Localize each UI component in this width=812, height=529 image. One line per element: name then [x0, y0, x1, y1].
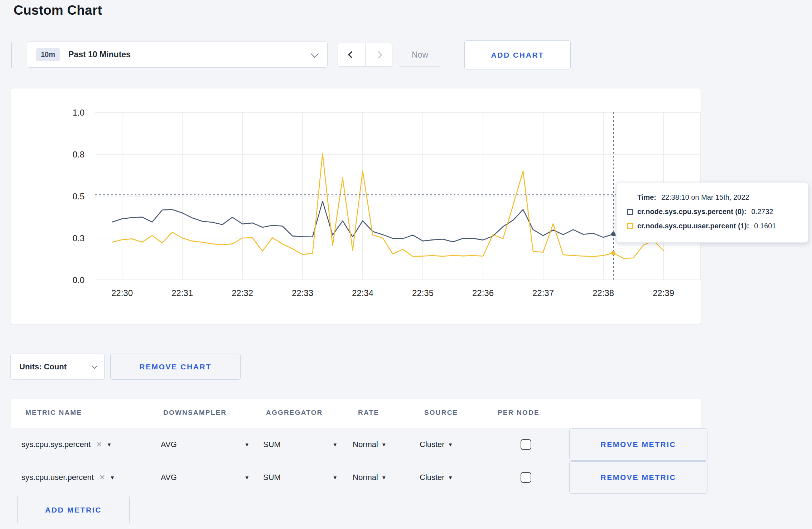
rate-value: Normal: [353, 440, 378, 449]
aggregator-select[interactable]: SUM ▾: [263, 461, 337, 494]
units-select[interactable]: Units: Count: [10, 354, 105, 380]
caret-down-icon: ▾: [245, 475, 248, 481]
x-tick-label: 22:34: [352, 288, 373, 298]
tooltip-time-label: Time:: [637, 193, 656, 202]
now-button[interactable]: Now: [399, 43, 441, 67]
col-head-aggregator: AGGREGATOR: [266, 409, 323, 417]
col-head-metric-name: METRIC NAME: [25, 409, 82, 417]
remove-chart-button[interactable]: REMOVE CHART: [110, 354, 241, 380]
rate-select[interactable]: Normal ▾: [353, 428, 385, 461]
x-tick-label: 22:38: [593, 288, 614, 298]
chevron-down-icon: [311, 49, 319, 58]
add-chart-button[interactable]: ADD CHART: [464, 40, 571, 69]
time-nav-arrows: [338, 43, 392, 67]
metric-name-select[interactable]: sys.cpu.user.percent ✕ ▾: [21, 461, 114, 494]
metrics-table-header: METRIC NAME DOWNSAMPLER AGGREGATOR RATE …: [11, 399, 701, 428]
chart-svg[interactable]: 0.00.30.50.81.022:3022:3122:3222:3322:34…: [11, 88, 701, 324]
caret-down-icon: ▾: [449, 475, 452, 481]
rate-value: Normal: [353, 473, 378, 482]
chevron-left-icon: [348, 51, 355, 58]
caret-down-icon: ▾: [382, 475, 386, 481]
prev-timespan-button[interactable]: [338, 43, 365, 66]
rate-select[interactable]: Normal ▾: [353, 461, 385, 494]
series-line-0: [112, 201, 623, 242]
units-label: Units: Count: [19, 362, 67, 372]
source-value: Cluster: [420, 440, 445, 449]
caret-down-icon: ▾: [245, 442, 248, 448]
tooltip-time-value: 22:38:10 on Mar 15th, 2022: [661, 193, 749, 202]
caret-down-icon: ▾: [333, 475, 337, 481]
source-value: Cluster: [420, 473, 445, 482]
clear-metric-icon[interactable]: ✕: [96, 440, 102, 449]
aggregator-select[interactable]: SUM ▾: [263, 428, 337, 461]
crosshair-marker-1: [611, 251, 615, 255]
col-head-rate: RATE: [358, 409, 379, 417]
next-timespan-button[interactable]: [365, 43, 392, 66]
remove-metric-button[interactable]: REMOVE METRIC: [569, 428, 707, 461]
x-tick-label: 22:36: [472, 288, 494, 298]
source-select[interactable]: Cluster ▾: [420, 461, 452, 494]
clear-metric-icon[interactable]: ✕: [99, 473, 106, 482]
page-title: Custom Chart: [14, 3, 102, 18]
toolbar-divider: [11, 42, 12, 68]
downsampler-value: AVG: [161, 440, 177, 449]
aggregator-value: SUM: [263, 440, 281, 449]
metric-name-select[interactable]: sys.cpu.sys.percent ✕ ▾: [21, 428, 111, 461]
col-head-source: SOURCE: [424, 409, 458, 417]
series-sys-legend-swatch-icon: [627, 209, 633, 215]
metric-name-value: sys.cpu.user.percent: [21, 473, 94, 482]
per-node-checkbox[interactable]: [521, 439, 531, 450]
chevron-right-icon: [375, 51, 382, 58]
time-range-badge: 10m: [36, 48, 60, 61]
tooltip-series-value: 0.1601: [754, 222, 776, 230]
col-head-per-node: PER NODE: [498, 409, 540, 417]
remove-metric-button[interactable]: REMOVE METRIC: [569, 461, 707, 494]
y-tick-label: 0.8: [73, 150, 84, 159]
y-tick-label: 0.0: [73, 275, 84, 285]
tooltip-series-value: 0.2732: [751, 208, 773, 216]
metric-name-value: sys.cpu.sys.percent: [21, 440, 91, 449]
downsampler-select[interactable]: AVG ▾: [161, 461, 248, 494]
y-tick-label: 0.5: [73, 191, 84, 201]
aggregator-value: SUM: [263, 473, 281, 482]
chart-card: 0.00.30.50.81.022:3022:3122:3222:3322:34…: [11, 88, 701, 324]
per-node-checkbox[interactable]: [521, 472, 531, 483]
add-metric-button[interactable]: ADD METRIC: [17, 496, 130, 524]
metric-row: sys.cpu.user.percent ✕ ▾ AVG ▾ SUM ▾ Nor…: [11, 461, 701, 494]
tooltip-series-label: cr.node.sys.cpu.user.percent (1):: [637, 222, 749, 230]
metric-row: sys.cpu.sys.percent ✕ ▾ AVG ▾ SUM ▾ Norm…: [11, 428, 701, 461]
chart-tooltip: Time: 22:38:10 on Mar 15th, 2022 cr.node…: [616, 182, 808, 243]
x-tick-label: 22:31: [171, 288, 193, 298]
series-user-legend-swatch-icon: [627, 223, 633, 229]
x-tick-label: 22:32: [232, 288, 253, 298]
caret-down-icon: ▾: [382, 442, 386, 448]
x-tick-label: 22:39: [653, 288, 674, 298]
downsampler-value: AVG: [161, 473, 177, 482]
caret-down-icon: ▾: [449, 442, 452, 448]
time-range-select[interactable]: 10m Past 10 Minutes: [27, 42, 328, 68]
crosshair-marker-0: [611, 232, 615, 236]
chevron-down-icon: [91, 363, 97, 369]
col-head-downsampler: DOWNSAMPLER: [163, 409, 227, 417]
caret-down-icon: ▾: [108, 442, 111, 448]
downsampler-select[interactable]: AVG ▾: [161, 428, 248, 461]
y-tick-label: 0.3: [73, 233, 84, 243]
x-tick-label: 22:30: [111, 288, 133, 298]
caret-down-icon: ▾: [333, 442, 337, 448]
y-tick-label: 1.0: [73, 108, 84, 117]
x-tick-label: 22:35: [412, 288, 434, 298]
source-select[interactable]: Cluster ▾: [420, 428, 452, 461]
tooltip-series-label: cr.node.sys.cpu.sys.percent (0):: [637, 208, 746, 216]
series-line-1: [112, 154, 663, 258]
time-range-label: Past 10 Minutes: [68, 50, 311, 59]
caret-down-icon: ▾: [111, 475, 114, 481]
x-tick-label: 22:33: [292, 288, 313, 298]
x-tick-label: 22:37: [532, 288, 554, 298]
